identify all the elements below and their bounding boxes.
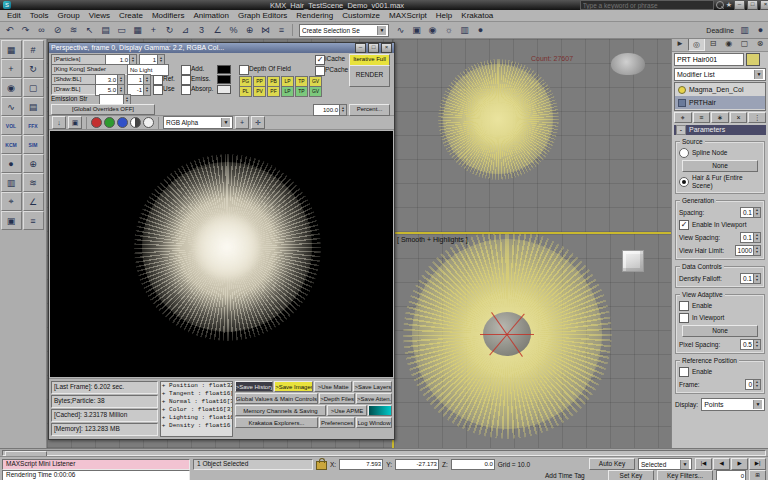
modifier-stack-item-selected[interactable]: PRTHair [675, 96, 765, 109]
save-layers-button[interactable]: >Save Layers [353, 381, 392, 392]
tab-motion[interactable]: ◉ [721, 38, 737, 51]
display-mode-dropdown[interactable]: Points ▼ [701, 398, 765, 411]
viewcube[interactable] [622, 250, 644, 272]
reference-frame-field[interactable]: 0 [745, 379, 761, 390]
search-icon[interactable] [716, 1, 724, 9]
clone-icon[interactable]: ▣ [68, 116, 82, 129]
render-channel-toggle[interactable]: PF [267, 86, 280, 97]
scale-icon[interactable]: ⊿ [178, 24, 193, 37]
pin-stack-icon[interactable]: ⌖ [674, 112, 692, 123]
list-icon[interactable]: ▤ [23, 97, 44, 116]
sim-tool-button[interactable]: SIM [23, 135, 44, 154]
enable-in-viewport-checkbox[interactable] [679, 220, 689, 230]
link-icon[interactable]: ∞ [34, 24, 49, 37]
transport-button[interactable]: |◀ [695, 458, 712, 470]
bind-spacewarp-icon[interactable]: ≋ [66, 24, 81, 37]
render-button[interactable]: RENDER [349, 65, 390, 87]
schematic-view-icon[interactable]: ▣ [409, 24, 424, 37]
menu-item[interactable]: Edit [7, 11, 21, 20]
global-overrides-button[interactable]: [Global Overrides OFF] [51, 104, 155, 115]
angle-icon[interactable]: ∠ [23, 192, 44, 211]
crossing-select-icon[interactable]: ▦ [130, 24, 145, 37]
kcm-tool-button[interactable]: KCM [1, 135, 22, 154]
grid-icon[interactable]: ▦ [1, 40, 22, 59]
menu-item[interactable]: Graph Editors [238, 11, 287, 20]
key-filters-button[interactable]: Key Filters... [657, 470, 713, 480]
teapot-object[interactable] [611, 53, 645, 75]
render-channel-toggle[interactable]: PL [239, 86, 252, 97]
render-canvas[interactable] [50, 131, 393, 377]
collapse-icon[interactable]: - [676, 125, 686, 135]
view-adaptive-in-viewport-checkbox[interactable] [679, 313, 689, 323]
quick-render-icon[interactable]: ● [473, 24, 488, 37]
table-icon[interactable]: ▥ [1, 173, 22, 192]
object-name-field[interactable] [674, 53, 744, 66]
spinner-icon[interactable] [753, 208, 760, 217]
move-tool-icon[interactable]: + [1, 59, 22, 78]
depth-files-button[interactable]: >Depth Files [319, 393, 355, 404]
add-color-swatch[interactable] [217, 65, 231, 74]
menu-item[interactable]: Modifiers [152, 11, 184, 20]
deadline-monitor-icon[interactable]: ● [753, 24, 768, 37]
vfb-title-bar[interactable]: Perspective, frame 0, Display Gamma: 2.2… [49, 43, 394, 53]
transport-button[interactable]: ◀ [713, 458, 730, 470]
channel-display-dropdown[interactable]: RGB Alpha ▼ [163, 116, 233, 129]
menu-item[interactable]: Views [89, 11, 110, 20]
show-end-result-icon[interactable]: ≡ [693, 112, 711, 123]
save-history-button[interactable]: >Save History [235, 381, 274, 392]
spline-node-none-button[interactable]: None [682, 160, 758, 172]
spinner-icon[interactable] [339, 105, 346, 115]
auto-key-button[interactable]: Auto Key [589, 458, 635, 470]
viewport-shading-label[interactable]: [ Smooth + Highlights ] [397, 236, 468, 243]
red-channel-toggle[interactable] [91, 117, 102, 128]
vfb-close-button[interactable]: × [381, 43, 392, 53]
mono-channel-toggle[interactable] [130, 117, 141, 128]
render-channel-toggle[interactable]: TP [295, 86, 308, 97]
select-object-icon[interactable]: ↖ [82, 24, 97, 37]
depth-of-field-checkbox[interactable] [239, 65, 249, 75]
percent-snap-icon[interactable]: % [226, 24, 241, 37]
view-spacing-field[interactable]: 0.1 [740, 232, 761, 243]
rotate-icon[interactable]: ↻ [162, 24, 177, 37]
macro-recorder-field[interactable]: MAXScript Mini Listener [2, 459, 190, 470]
render-channel-toggle[interactable]: LP [281, 86, 294, 97]
bulb-icon[interactable] [678, 86, 686, 94]
region-select-icon[interactable]: ▭ [114, 24, 129, 37]
percent-button[interactable]: Percent... [349, 104, 390, 116]
material-editor-icon[interactable]: ◉ [425, 24, 440, 37]
move-icon[interactable]: + [146, 24, 161, 37]
minimize-button[interactable]: – [734, 0, 745, 10]
preferences-button[interactable]: Preferences [319, 417, 355, 428]
menu-item[interactable]: Customize [342, 11, 380, 20]
transport-button[interactable]: ▶| [749, 458, 766, 470]
y-coordinate-field[interactable]: -27.173 [395, 459, 439, 470]
menu-item[interactable]: Animation [193, 11, 229, 20]
density-falloff-field[interactable]: 0.1 [740, 273, 761, 284]
tab-hierarchy[interactable]: ⊟ [705, 38, 721, 51]
render-dot-icon[interactable]: ● [1, 154, 22, 173]
mirror-icon[interactable]: ⋈ [258, 24, 273, 37]
spinner-icon[interactable] [143, 85, 150, 95]
tab-modify[interactable]: ◎ [688, 38, 706, 51]
set-key-button[interactable]: Set Key [608, 470, 654, 480]
absorption-checkbox[interactable] [181, 85, 191, 95]
save-image-icon[interactable]: ↓ [52, 116, 66, 129]
render-channel-toggle[interactable]: GV [309, 86, 322, 97]
zoom-icon[interactable]: + [235, 116, 249, 129]
curve-editor-icon[interactable]: ∿ [393, 24, 408, 37]
object-color-swatch[interactable] [746, 53, 760, 66]
equals-icon[interactable]: ≡ [23, 211, 44, 230]
time-config-icon[interactable]: ⊞ [749, 470, 766, 480]
view-hair-limit-field[interactable]: 1000 [735, 245, 761, 256]
memory-channels-button[interactable]: Memory Channels & Saving [235, 405, 327, 416]
hash-icon[interactable]: # [23, 40, 44, 59]
emission-checkbox[interactable] [181, 75, 191, 85]
vfb-maximize-button[interactable]: □ [368, 43, 379, 53]
menu-item[interactable]: MAXScript [389, 11, 427, 20]
icache-checkbox[interactable] [315, 55, 325, 65]
curve-icon[interactable]: ∿ [1, 97, 22, 116]
target-icon[interactable]: ⌖ [1, 192, 22, 211]
use-apme-button[interactable]: >Use APME [327, 405, 366, 416]
add-icon[interactable]: ⊕ [23, 154, 44, 173]
vfb-minimize-button[interactable]: – [355, 43, 366, 53]
